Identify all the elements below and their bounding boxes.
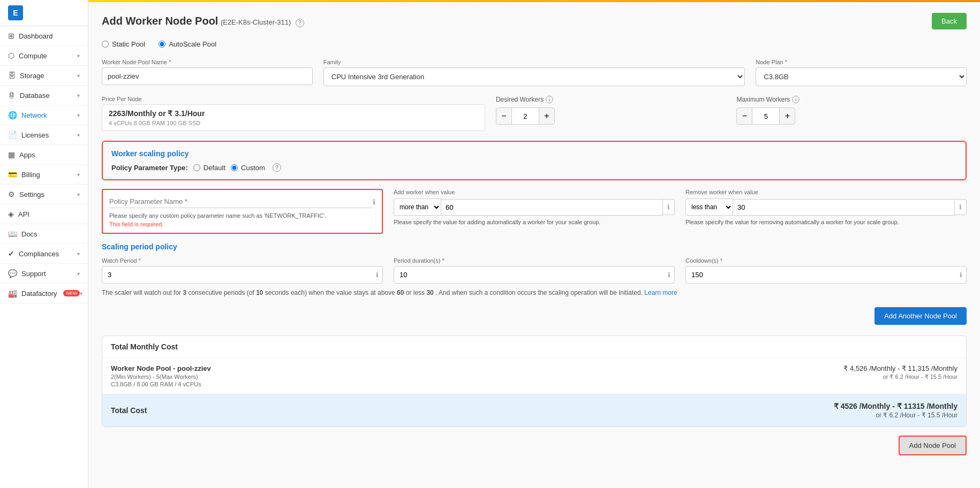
sidebar-item-left-datafactory: 🏭 Datafactory NEW: [8, 289, 80, 298]
max-workers-value: 5: [752, 108, 779, 125]
add-worker-info-icon[interactable]: ℹ: [663, 199, 675, 215]
max-workers-stepper: − 5 +: [736, 108, 967, 125]
sidebar-icon-compute: ⬡: [8, 51, 14, 60]
sidebar-item-datafactory[interactable]: 🏭 Datafactory NEW ▾: [0, 284, 88, 303]
cooldown-info-icon[interactable]: ℹ: [960, 271, 962, 279]
pool-name-group: Worker Node Pool Name *: [102, 59, 313, 86]
page-title: Add Worker Node Pool: [102, 15, 218, 27]
policy-type-label: Policy Parameter Type:: [111, 164, 188, 172]
sidebar-item-network[interactable]: 🌐 Network ▾: [0, 105, 88, 125]
desired-workers-stepper: − 2 +: [496, 108, 726, 125]
param-hint: Please specify any custom policy paramet…: [109, 212, 375, 219]
sidebar-logo: E: [0, 0, 88, 26]
sidebar-item-left-database: 🛢 Database: [8, 91, 50, 100]
sidebar-icon-compliances: ✔: [8, 249, 14, 258]
add-worker-label: Add worker when value: [394, 189, 675, 195]
add-node-pool-button[interactable]: Add Node Pool: [899, 436, 967, 455]
desired-workers-increment[interactable]: +: [539, 108, 555, 125]
remove-worker-desc: Please specify the value for removing au…: [685, 219, 967, 225]
sidebar-label-settings: Settings: [19, 190, 44, 199]
back-button[interactable]: Back: [932, 13, 967, 29]
remove-worker-input-group: more than less than equal to ℹ: [685, 199, 967, 216]
period-duration-label: Period duration(s) *: [394, 257, 675, 264]
chevron-compliances: ▾: [77, 251, 80, 257]
pool-name-input[interactable]: [102, 67, 313, 85]
pool-cost-or: or ₹ 6.2 /Hour - ₹ 15.5 /Hour: [843, 373, 958, 380]
add-another-node-pool-button[interactable]: Add Another Node Pool: [875, 307, 967, 325]
sidebar-label-dashboard: Dashboard: [19, 32, 53, 40]
max-workers-info-icon[interactable]: i: [792, 96, 800, 103]
add-node-pool-wrap: Add Node Pool: [102, 436, 967, 466]
autoscale-pool-radio[interactable]: [159, 41, 165, 48]
sidebar-item-settings[interactable]: ⚙ Settings ▾: [0, 185, 88, 204]
param-name-input[interactable]: [109, 195, 373, 208]
add-worker-value-input[interactable]: [441, 199, 663, 216]
total-sub-amount: or ₹ 6.2 /Hour - ₹ 15.5 /Hour: [834, 411, 958, 419]
max-workers-group: Maximum Workers i − 5 +: [736, 96, 967, 131]
remove-worker-operator-select[interactable]: more than less than equal to: [685, 199, 733, 216]
param-input-row: ℹ: [109, 195, 375, 208]
max-workers-increment[interactable]: +: [779, 108, 795, 125]
sidebar-item-storage[interactable]: 🗄 Storage ▾: [0, 66, 88, 86]
watch-period-info-icon[interactable]: ℹ: [376, 271, 379, 279]
sidebar-label-storage: Storage: [20, 72, 44, 80]
sidebar-item-left-api: ◈ API: [8, 210, 29, 218]
sidebar-label-compute: Compute: [19, 52, 47, 60]
max-workers-decrement[interactable]: −: [736, 108, 752, 125]
sidebar-item-left-apps: ▦ Apps: [8, 150, 35, 159]
custom-policy-radio[interactable]: [231, 164, 238, 171]
pool-cost-amount: ₹ 4,526 /Monthly - ₹ 11,315 /Monthly: [843, 364, 958, 372]
autoscale-pool-option[interactable]: AutoScale Pool: [159, 40, 216, 48]
remove-worker-value-input[interactable]: [733, 199, 955, 216]
sidebar-item-billing[interactable]: 💳 Billing ▾: [0, 165, 88, 185]
sidebar-item-docs[interactable]: 📖 Docs: [0, 224, 88, 244]
price-details: 4 vCPUs 8.0GB RAM 100 GB SSD: [109, 120, 478, 126]
watch-period-input[interactable]: [102, 266, 383, 284]
add-worker-operator-select[interactable]: more than less than equal to: [394, 199, 441, 216]
scaling-period-section: Scaling period policy Watch Period * ℹ P…: [102, 242, 967, 296]
sidebar-label-support: Support: [21, 270, 46, 278]
sidebar-icon-storage: 🗄: [8, 71, 16, 80]
sidebar-label-datafactory: Datafactory: [21, 289, 57, 298]
desired-workers-label: Desired Workers i: [496, 96, 726, 103]
desired-workers-info-icon[interactable]: i: [546, 96, 553, 103]
period-duration-info-icon[interactable]: ℹ: [668, 271, 670, 279]
family-select[interactable]: CPU Intensive 3rd Generation CPU Intensi…: [323, 67, 745, 86]
sidebar-item-apps[interactable]: ▦ Apps: [0, 145, 88, 165]
sidebar-item-database[interactable]: 🛢 Database ▾: [0, 86, 88, 105]
static-pool-radio[interactable]: [102, 41, 109, 48]
sidebar-item-compute[interactable]: ⬡ Compute ▾: [0, 46, 88, 66]
static-pool-option[interactable]: Static Pool: [102, 40, 145, 48]
scaling-period-row: Watch Period * ℹ Period duration(s) * ℹ …: [102, 257, 967, 284]
learn-more-link[interactable]: Learn more: [644, 289, 677, 296]
cooldown-input[interactable]: [685, 266, 967, 284]
custom-policy-option[interactable]: Custom: [231, 164, 265, 172]
param-info-icon[interactable]: ℹ: [373, 198, 375, 206]
chevron-compute: ▾: [77, 53, 80, 59]
sidebar-label-database: Database: [20, 92, 50, 100]
default-policy-radio[interactable]: [193, 164, 200, 171]
sidebar-item-dashboard[interactable]: ⊞ Dashboard: [0, 26, 88, 46]
desired-workers-decrement[interactable]: −: [496, 108, 512, 125]
param-box: ℹ Please specify any custom policy param…: [102, 189, 383, 234]
remove-worker-col: Remove worker when value more than less …: [685, 189, 967, 234]
sidebar-item-support[interactable]: 💬 Support ▾: [0, 264, 88, 284]
sidebar-item-api[interactable]: ◈ API: [0, 204, 88, 224]
cost-row-pool: Worker Node Pool - pool-zziev 2(Min Work…: [102, 358, 966, 394]
node-plan-select[interactable]: C3.8GB C3.16GB C3.32GB: [756, 67, 967, 86]
period-duration-wrap: ℹ: [394, 266, 675, 284]
sidebar-item-licenses[interactable]: 📄 Licenses ▾: [0, 125, 88, 145]
policy-help-icon[interactable]: ?: [273, 163, 281, 172]
remove-worker-info-icon[interactable]: ℹ: [955, 199, 967, 215]
chevron-licenses: ▾: [77, 132, 80, 138]
sidebar-item-left-network: 🌐 Network: [8, 111, 47, 119]
page-help-icon[interactable]: ?: [296, 19, 304, 27]
period-duration-input[interactable]: [394, 266, 675, 284]
chevron-datafactory: ▾: [80, 291, 82, 296]
chevron-network: ▾: [77, 112, 80, 118]
default-policy-option[interactable]: Default: [193, 164, 225, 172]
default-policy-label: Default: [203, 164, 225, 172]
price-group: Price Per Node 2263/Monthly or ₹ 3.1/Hou…: [102, 96, 485, 131]
sidebar-icon-dashboard: ⊞: [8, 32, 14, 40]
sidebar-item-compliances[interactable]: ✔ Compliances ▾: [0, 244, 88, 264]
